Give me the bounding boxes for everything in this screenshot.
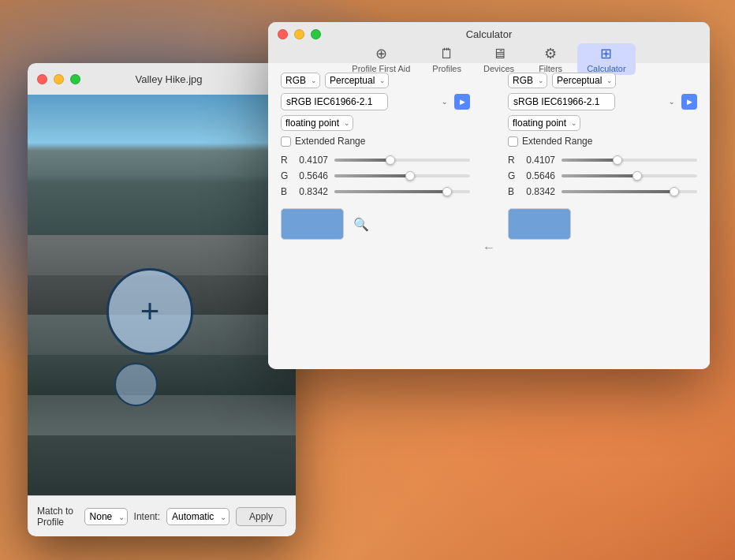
circle-magnifier: + xyxy=(106,268,193,355)
devices-icon: 🖥 xyxy=(492,46,506,62)
right-r-slider[interactable] xyxy=(562,159,697,162)
photo-window-title: Valley Hike.jpg xyxy=(51,73,286,85)
devices-label: Devices xyxy=(483,64,514,73)
right-colormode-select[interactable]: RGB xyxy=(508,73,547,88)
tab-calculator[interactable]: ⊞ Calculator xyxy=(577,43,636,75)
left-r-row: R 0.4107 xyxy=(281,155,470,166)
photo-close-button[interactable] xyxy=(37,74,47,84)
left-colormode-wrapper[interactable]: RGB xyxy=(281,73,320,88)
intent-label: Intent: xyxy=(134,511,160,522)
calc-body: RGB Perceptual sRGB IEC61966-2.1 xyxy=(268,63,710,369)
right-color-swatch xyxy=(508,208,571,240)
left-extended-checkbox[interactable] xyxy=(281,136,291,147)
calc-minimize-button[interactable] xyxy=(294,29,304,39)
left-swatch-row: 🔍 xyxy=(281,208,470,240)
left-column: RGB Perceptual sRGB IEC61966-2.1 xyxy=(281,73,470,360)
right-fp-select[interactable]: floating point xyxy=(508,115,580,131)
right-extended-row: Extended Range xyxy=(508,136,697,147)
right-r-label: R xyxy=(508,155,516,166)
left-rendering-wrapper[interactable]: Perceptual xyxy=(325,73,389,88)
match-select[interactable]: None xyxy=(84,508,128,525)
left-sliders: R 0.4107 G 0.5646 xyxy=(281,155,470,197)
calculator-window: Calculator ⊕ Profile First Aid 🗒 Profile… xyxy=(268,22,710,369)
right-profile-wrapper[interactable]: sRGB IEC61966-2.1 xyxy=(508,93,678,110)
left-r-label: R xyxy=(281,155,289,166)
filters-icon: ⚙ xyxy=(544,45,557,62)
calc-title-row: Calculator xyxy=(278,28,700,40)
right-g-slider[interactable] xyxy=(562,174,697,177)
left-profile-wrapper[interactable]: sRGB IEC61966-2.1 xyxy=(281,93,451,110)
plus-icon: + xyxy=(140,295,160,328)
match-select-wrapper[interactable]: None xyxy=(84,508,128,525)
tab-devices[interactable]: 🖥 Devices xyxy=(474,44,524,75)
right-b-value: 0.8342 xyxy=(522,186,555,197)
right-rendering-wrapper[interactable]: Perceptual xyxy=(552,73,616,88)
left-g-slider[interactable] xyxy=(334,174,470,177)
left-g-value: 0.5646 xyxy=(295,170,328,181)
left-mode-row: RGB Perceptual xyxy=(281,73,470,88)
left-r-value: 0.4107 xyxy=(295,155,328,166)
left-g-row: G 0.5646 xyxy=(281,170,470,181)
tab-filters[interactable]: ⚙ Filters xyxy=(527,43,574,75)
left-profile-select[interactable]: sRGB IEC61966-2.1 xyxy=(281,93,388,110)
right-colormode-wrapper[interactable]: RGB xyxy=(508,73,547,88)
match-label: Match to Profile xyxy=(37,506,80,528)
left-b-value: 0.8342 xyxy=(295,186,328,197)
right-profile-row: sRGB IEC61966-2.1 ▶ xyxy=(508,93,697,110)
calc-toolbar: ⊕ Profile First Aid 🗒 Profiles 🖥 Devices… xyxy=(278,43,700,75)
right-g-value: 0.5646 xyxy=(522,170,555,181)
left-fp-wrapper[interactable]: floating point xyxy=(281,115,353,131)
left-color-swatch xyxy=(281,208,344,240)
left-b-slider[interactable] xyxy=(334,190,470,193)
right-extended-checkbox[interactable] xyxy=(508,136,518,147)
left-colormode-select[interactable]: RGB xyxy=(281,73,320,88)
left-rendering-select[interactable]: Perceptual xyxy=(325,73,389,88)
right-rendering-select[interactable]: Perceptual xyxy=(552,73,616,88)
photo-titlebar: Valley Hike.jpg xyxy=(28,63,296,95)
arrow-divider: ← xyxy=(479,136,498,360)
left-b-label: B xyxy=(281,186,289,197)
right-r-value: 0.4107 xyxy=(522,155,555,166)
right-g-row: G 0.5646 xyxy=(508,170,697,181)
calc-window-title: Calculator xyxy=(278,28,700,40)
profiles-icon: 🗒 xyxy=(440,46,454,62)
tab-profiles[interactable]: 🗒 Profiles xyxy=(423,44,471,75)
intent-select-wrapper[interactable]: Automatic xyxy=(166,508,229,525)
calc-close-button[interactable] xyxy=(278,29,288,39)
right-mode-row: RGB Perceptual xyxy=(508,73,697,88)
left-fp-select[interactable]: floating point xyxy=(281,115,353,131)
right-g-label: G xyxy=(508,170,516,181)
left-r-slider[interactable] xyxy=(334,159,470,162)
right-column: RGB Perceptual sRGB IEC61966-2.1 xyxy=(508,73,697,360)
left-extended-label: Extended Range xyxy=(295,136,365,147)
calculator-icon: ⊞ xyxy=(600,45,612,62)
right-profile-select[interactable]: sRGB IEC61966-2.1 xyxy=(508,93,615,110)
left-profile-btn[interactable]: ▶ xyxy=(454,94,470,110)
calc-traffic-lights xyxy=(278,29,321,39)
right-b-row: B 0.8342 xyxy=(508,186,697,197)
right-swatch-row xyxy=(508,208,697,240)
right-b-slider[interactable] xyxy=(562,190,697,193)
left-fp-row: floating point xyxy=(281,115,470,131)
right-profile-btn[interactable]: ▶ xyxy=(681,94,697,110)
profile-first-aid-icon: ⊕ xyxy=(375,45,387,62)
photo-content: + xyxy=(28,95,296,495)
right-sliders: R 0.4107 G 0.5646 xyxy=(508,155,697,197)
match-profile-group: Match to Profile None xyxy=(37,506,128,528)
arrow-icon: ← xyxy=(483,241,495,255)
photo-window: Valley Hike.jpg + Match to Profile None … xyxy=(28,63,296,536)
photo-toolbar: Match to Profile None Intent: Automatic … xyxy=(28,495,296,536)
calc-columns: RGB Perceptual sRGB IEC61966-2.1 xyxy=(281,73,697,360)
right-extended-label: Extended Range xyxy=(522,136,592,147)
profiles-label: Profiles xyxy=(432,64,461,73)
tab-profile-first-aid[interactable]: ⊕ Profile First Aid xyxy=(342,43,420,75)
left-profile-row: sRGB IEC61966-2.1 ▶ xyxy=(281,93,470,110)
apply-button[interactable]: Apply xyxy=(236,507,286,526)
left-search-button[interactable]: 🔍 xyxy=(350,214,372,235)
right-r-row: R 0.4107 xyxy=(508,155,697,166)
intent-select[interactable]: Automatic xyxy=(166,508,229,525)
left-g-label: G xyxy=(281,170,289,181)
right-fp-wrapper[interactable]: floating point xyxy=(508,115,580,131)
circle-small xyxy=(114,363,158,406)
calc-maximize-button[interactable] xyxy=(311,29,321,39)
